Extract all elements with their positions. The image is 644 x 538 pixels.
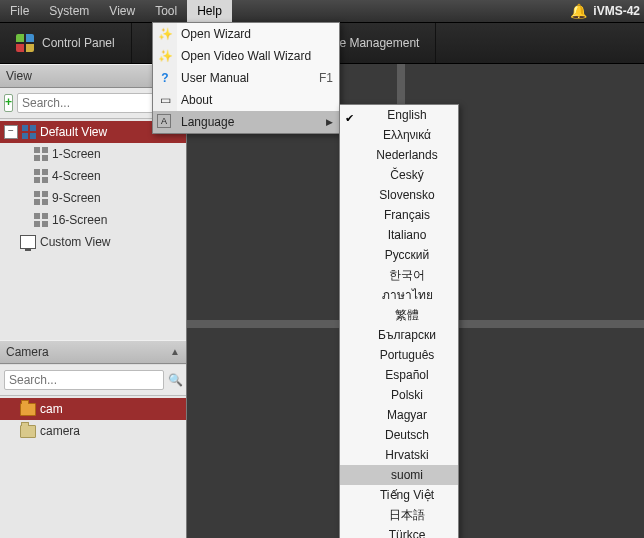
menu-tool[interactable]: Tool (145, 0, 187, 22)
collapse-toggle[interactable]: − (4, 125, 18, 139)
language-label: Hrvatski (385, 448, 428, 462)
language-option[interactable]: 한국어 (340, 265, 458, 285)
language-option[interactable]: Tiếng Việt (340, 485, 458, 505)
sidebar: View ▲ + 🔍 − Default View 1-Screen (0, 64, 187, 538)
language-icon: A (157, 114, 171, 128)
language-label: Polski (391, 388, 423, 402)
language-option[interactable]: Deutsch (340, 425, 458, 445)
language-label: Français (384, 208, 430, 222)
menu-open-video-wall-wizard[interactable]: ✨ Open Video Wall Wizard (153, 45, 339, 67)
language-submenu: ✔EnglishΕλληνικάNederlandsČeskýSlovensko… (339, 104, 459, 538)
folder-icon (20, 403, 36, 416)
language-option[interactable]: Slovensko (340, 185, 458, 205)
language-label: 日本語 (389, 508, 425, 522)
menu-item-label: User Manual (181, 71, 249, 85)
language-option[interactable]: Ελληνικά (340, 125, 458, 145)
language-label: 한국어 (389, 268, 425, 282)
tree-label: Default View (40, 125, 107, 139)
tree-label: Custom View (40, 235, 110, 249)
language-option[interactable]: Magyar (340, 405, 458, 425)
control-panel-icon (16, 34, 34, 52)
language-option[interactable]: Русский (340, 245, 458, 265)
tree-label: 1-Screen (52, 147, 101, 161)
language-option[interactable]: ✔English (340, 105, 458, 125)
main-area: View ▲ + 🔍 − Default View 1-Screen (0, 64, 644, 538)
language-label: Ελληνικά (383, 128, 431, 142)
language-option[interactable]: ภาษาไทย (340, 285, 458, 305)
tree-label: 4-Screen (52, 169, 101, 183)
wizard-icon: ✨ (157, 48, 173, 64)
menubar: File System View Tool Help 🔔 iVMS-42 (0, 0, 644, 23)
grid-icon (34, 147, 48, 161)
menu-item-label: Language (181, 115, 234, 129)
menu-help[interactable]: Help (187, 0, 232, 22)
language-label: Deutsch (385, 428, 429, 442)
menu-open-wizard[interactable]: ✨ Open Wizard (153, 23, 339, 45)
menu-language[interactable]: A Language ▶ (153, 111, 339, 133)
language-option[interactable]: Italiano (340, 225, 458, 245)
submenu-arrow-icon: ▶ (326, 117, 333, 127)
tree-9-screen[interactable]: 9-Screen (0, 187, 186, 209)
language-option[interactable]: Български (340, 325, 458, 345)
language-label: Italiano (388, 228, 427, 242)
language-label: English (387, 108, 426, 122)
tree-1-screen[interactable]: 1-Screen (0, 143, 186, 165)
language-label: Български (378, 328, 436, 342)
brand-label: iVMS-42 (593, 4, 640, 18)
language-option[interactable]: Český (340, 165, 458, 185)
language-option[interactable]: 繁體 (340, 305, 458, 325)
language-label: Русский (385, 248, 430, 262)
menu-view[interactable]: View (99, 0, 145, 22)
view-panel-title: View (6, 65, 32, 87)
tree-label: cam (40, 402, 63, 416)
camera-item-camera[interactable]: camera (0, 420, 186, 442)
language-label: 繁體 (395, 308, 419, 322)
language-option[interactable]: 日本語 (340, 505, 458, 525)
grid-icon (22, 125, 36, 139)
camera-panel-title: Camera (6, 341, 49, 363)
language-option[interactable]: suomi (340, 465, 458, 485)
folder-icon (20, 425, 36, 438)
tree-4-screen[interactable]: 4-Screen (0, 165, 186, 187)
help-dropdown: ✨ Open Wizard ✨ Open Video Wall Wizard ?… (152, 22, 340, 134)
menu-item-accel: F1 (319, 71, 333, 85)
tab-control-panel[interactable]: Control Panel (0, 23, 132, 63)
add-view-button[interactable]: + (4, 94, 13, 112)
view-tree: − Default View 1-Screen 4-Screen 9-Scree… (0, 119, 186, 255)
language-option[interactable]: Português (340, 345, 458, 365)
search-icon[interactable]: 🔍 (168, 371, 183, 389)
grid-icon (34, 213, 48, 227)
menu-item-label: Open Wizard (181, 27, 251, 41)
language-option[interactable]: Français (340, 205, 458, 225)
tree-label: camera (40, 424, 80, 438)
menu-user-manual[interactable]: ? User Manual F1 (153, 67, 339, 89)
chevron-up-icon: ▲ (170, 341, 180, 363)
help-icon: ? (157, 70, 173, 86)
camera-searchbar: 🔍 (0, 364, 186, 396)
menu-about[interactable]: ▭ About (153, 89, 339, 111)
tree-custom-view[interactable]: Custom View (0, 231, 186, 253)
language-label: ภาษาไทย (382, 288, 433, 302)
wizard-icon: ✨ (157, 26, 173, 42)
camera-panel-header[interactable]: Camera ▲ (0, 340, 186, 364)
tree-16-screen[interactable]: 16-Screen (0, 209, 186, 231)
language-option[interactable]: Türkçe (340, 525, 458, 538)
menu-item-label: Open Video Wall Wizard (181, 49, 311, 63)
tab-label: ice Management (331, 36, 420, 50)
tree-label: 16-Screen (52, 213, 107, 227)
camera-item-cam[interactable]: cam (0, 398, 186, 420)
language-option[interactable]: Polski (340, 385, 458, 405)
language-label: Slovensko (379, 188, 434, 202)
language-option[interactable]: Nederlands (340, 145, 458, 165)
camera-search-input[interactable] (4, 370, 164, 390)
language-label: Magyar (387, 408, 427, 422)
tree-label: 9-Screen (52, 191, 101, 205)
alarm-icon[interactable]: 🔔 (570, 3, 587, 19)
language-label: Nederlands (376, 148, 437, 162)
language-option[interactable]: Español (340, 365, 458, 385)
language-label: Español (385, 368, 428, 382)
menu-file[interactable]: File (0, 0, 39, 22)
menu-system[interactable]: System (39, 0, 99, 22)
monitor-icon (20, 235, 36, 249)
language-option[interactable]: Hrvatski (340, 445, 458, 465)
